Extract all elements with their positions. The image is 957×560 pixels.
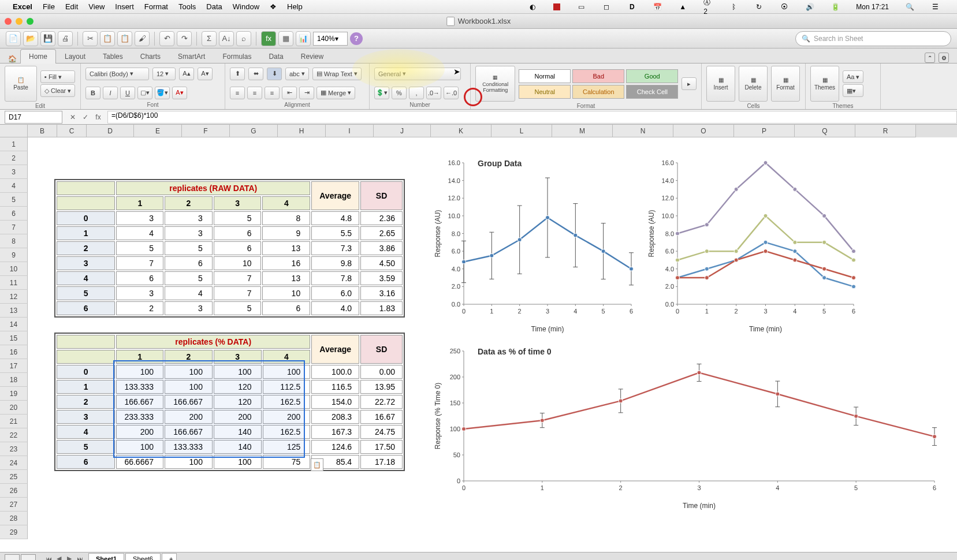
tab-charts[interactable]: Charts — [132, 49, 169, 64]
row-header-18[interactable]: 18 — [0, 373, 28, 387]
calendar-icon[interactable]: 📅 — [653, 2, 662, 12]
row-header-26[interactable]: 26 — [0, 484, 28, 498]
autosum-button[interactable]: Σ — [202, 31, 217, 46]
border-button[interactable]: ▢▾ — [137, 87, 152, 99]
show-button[interactable]: ▦ — [278, 31, 293, 46]
styles-more-button[interactable]: ▸ — [682, 77, 697, 90]
sheet-tab-2[interactable]: Sheet6 — [125, 553, 161, 560]
menu-format[interactable]: Format — [144, 2, 168, 11]
script-menu-icon[interactable]: ❖ — [270, 2, 277, 11]
percent-button[interactable]: % — [392, 87, 407, 99]
sheet-tab-1[interactable]: Sheet1 — [88, 553, 124, 560]
next-sheet-button[interactable]: ▶ — [65, 554, 74, 561]
col-header-N[interactable]: N — [613, 125, 673, 137]
copy-button[interactable]: 📋 — [100, 31, 115, 46]
col-header-Q[interactable]: Q — [795, 125, 855, 137]
decrease-font-button[interactable]: A▾ — [198, 68, 213, 80]
col-header-E[interactable]: E — [134, 125, 182, 137]
normal-view-button[interactable] — [5, 554, 20, 561]
redo-button[interactable]: ↷ — [177, 31, 192, 46]
d-icon[interactable]: D — [627, 2, 636, 12]
list-icon[interactable]: ☰ — [930, 2, 940, 12]
format-painter-button[interactable]: 🖌 — [135, 31, 150, 46]
row-header-10[interactable]: 10 — [0, 262, 28, 276]
row-header-23[interactable]: 23 — [0, 442, 28, 456]
number-format-select[interactable]: General ▾ — [374, 68, 461, 80]
name-box[interactable]: D17 — [5, 111, 62, 124]
increase-font-button[interactable]: A▴ — [179, 68, 194, 80]
paste-options-button[interactable]: 📋 — [311, 458, 323, 471]
zoom-select[interactable]: 140% ▾ — [313, 32, 348, 46]
clear-button[interactable]: ◇ Clear ▾ — [40, 84, 75, 97]
col-header-B[interactable]: B — [28, 125, 57, 137]
clock[interactable]: Mon 17:21 — [856, 3, 889, 11]
align-top-button[interactable]: ⬆ — [230, 68, 245, 80]
style-normal[interactable]: Normal — [519, 69, 571, 83]
fill-color-button[interactable]: 🪣▾ — [155, 87, 170, 99]
menu-tools[interactable]: Tools — [178, 2, 196, 11]
row-header-20[interactable]: 20 — [0, 401, 28, 415]
print-button[interactable]: 🖨 — [58, 31, 73, 46]
merge-button[interactable]: ▦ Merge ▾ — [316, 87, 355, 99]
menu-edit[interactable]: Edit — [65, 2, 78, 11]
cut-button[interactable]: ✂ — [83, 31, 98, 46]
delete-cells-button[interactable]: ▦Delete — [739, 66, 768, 102]
theme-colors-button[interactable]: ▦▾ — [843, 84, 863, 97]
col-header-O[interactable]: O — [673, 125, 734, 137]
style-check-cell[interactable]: Check Cell — [626, 85, 678, 99]
currency-button[interactable]: 💲▾ — [374, 87, 389, 99]
chart-button[interactable]: 📊 — [296, 31, 311, 46]
style-good[interactable]: Good — [626, 69, 678, 83]
collapse-ribbon-button[interactable]: ⌃ — [925, 53, 935, 63]
col-header-L[interactable]: L — [491, 125, 552, 137]
align-right-button[interactable]: ≡ — [265, 87, 280, 99]
volume-icon[interactable]: 🔊 — [805, 2, 814, 12]
row-header-8[interactable]: 8 — [0, 234, 28, 248]
menu-help[interactable]: Help — [287, 2, 303, 11]
row-header-27[interactable]: 27 — [0, 498, 28, 512]
row-header-24[interactable]: 24 — [0, 456, 28, 470]
style-calculation[interactable]: Calculation — [572, 85, 624, 99]
increase-indent-button[interactable]: ⇥ — [299, 87, 314, 99]
fill-button[interactable]: ▪ Fill ▾ — [40, 70, 75, 83]
format-cells-button[interactable]: ▦Format — [771, 66, 800, 102]
menu-file[interactable]: File — [43, 2, 55, 11]
orientation-button[interactable]: abc▾ — [285, 68, 309, 80]
bluetooth-icon[interactable]: ᛒ — [729, 2, 738, 12]
prev-sheet-button[interactable]: ◀ — [54, 554, 64, 561]
page-layout-view-button[interactable] — [21, 554, 36, 561]
style-neutral[interactable]: Neutral — [519, 85, 571, 99]
row-header-21[interactable]: 21 — [0, 415, 28, 428]
app-name[interactable]: Excel — [13, 2, 32, 11]
themes-button[interactable]: ▦Themes — [810, 66, 839, 102]
wrap-text-button[interactable]: ▤ Wrap Text ▾ — [312, 68, 362, 80]
cancel-formula-button[interactable]: ✕ — [67, 111, 79, 123]
col-header-I[interactable]: I — [326, 125, 374, 137]
row-header-19[interactable]: 19 — [0, 387, 28, 401]
tab-review[interactable]: Review — [292, 49, 332, 64]
row-header-16[interactable]: 16 — [0, 345, 28, 359]
fx-icon[interactable]: fx — [92, 111, 104, 123]
row-header-28[interactable]: 28 — [0, 512, 28, 525]
sync-icon[interactable]: ↻ — [754, 2, 764, 12]
row-header-4[interactable]: 4 — [0, 179, 28, 193]
conditional-formatting-button[interactable]: ▦Conditional Formatting — [475, 66, 515, 102]
triangle-icon[interactable]: ▲ — [678, 2, 687, 12]
font-size-select[interactable]: 12 ▾ — [152, 68, 176, 80]
paste-big-button[interactable]: 📋Paste — [5, 66, 37, 102]
new-button[interactable]: 📄 — [6, 31, 21, 46]
wifi-icon[interactable]: ⦿ — [780, 2, 789, 12]
add-sheet-button[interactable]: + — [162, 553, 177, 560]
theme-fonts-button[interactable]: Aa▾ — [843, 70, 863, 83]
font-name-select[interactable]: Calibri (Body) ▾ — [85, 68, 149, 80]
insert-cells-button[interactable]: ▦Insert — [706, 66, 735, 102]
window-icon[interactable]: ◻ — [602, 2, 611, 12]
decrease-decimal-button[interactable]: ←.0 — [444, 87, 459, 99]
spotlight-icon[interactable]: 🔍 — [905, 2, 914, 12]
accept-formula-button[interactable]: ✓ — [80, 111, 91, 123]
row-header-13[interactable]: 13 — [0, 304, 28, 318]
row-header-25[interactable]: 25 — [0, 470, 28, 484]
tab-layout[interactable]: Layout — [56, 49, 94, 64]
underline-button[interactable]: U — [120, 87, 135, 99]
menu-view[interactable]: View — [88, 2, 105, 11]
